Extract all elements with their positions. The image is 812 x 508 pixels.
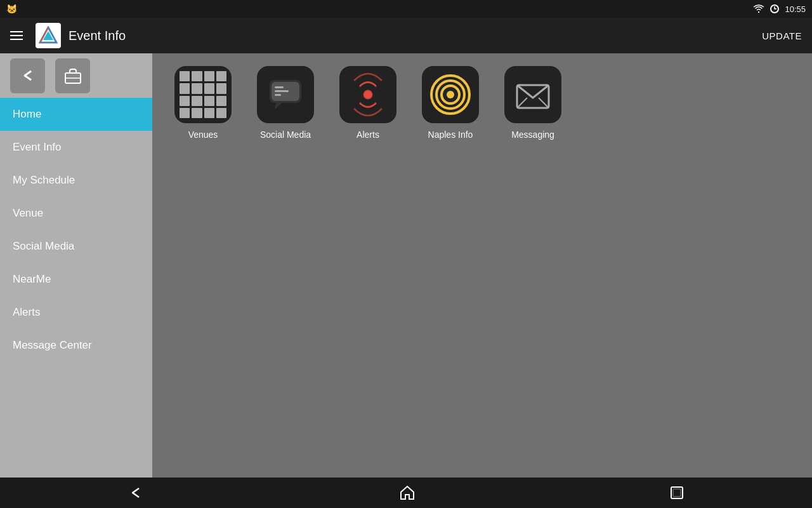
app-notification-icon: 🐱 [6, 4, 17, 14]
sidebar-item-venue[interactable]: Venue [0, 197, 152, 230]
wifi-icon [753, 4, 764, 13]
svg-rect-8 [275, 86, 284, 88]
update-button[interactable]: UPDATE [762, 30, 802, 41]
messaging-label: Messaging [511, 130, 554, 140]
messaging-icon-wrap [504, 66, 561, 123]
app-item-alerts[interactable]: Alerts [336, 66, 400, 140]
app-item-social-media[interactable]: Social Media [254, 66, 317, 140]
sidebar-item-alerts[interactable]: Alerts [0, 296, 152, 329]
nav-back-button[interactable] [128, 486, 145, 500]
naples-info-icon [428, 72, 473, 117]
status-time: 10:55 [785, 4, 806, 14]
nav-bar [0, 478, 812, 508]
svg-rect-23 [673, 489, 681, 497]
toolbar-left: Event Info [10, 23, 126, 48]
back-icon-box[interactable] [10, 58, 45, 93]
nav-recents-button[interactable] [669, 485, 684, 500]
main-layout: Home Event Info My Schedule Venue Social… [0, 53, 812, 478]
venues-label: Venues [188, 130, 218, 140]
sidebar-item-my-schedule[interactable]: My Schedule [0, 164, 152, 197]
alerts-label: Alerts [357, 130, 379, 140]
alerts-icon [346, 72, 390, 117]
sidebar-back-area [0, 53, 152, 98]
app-item-messaging[interactable]: Messaging [501, 66, 565, 140]
menu-button[interactable] [10, 31, 23, 40]
content-area: Venues Social Media [152, 53, 812, 478]
messaging-icon [511, 72, 555, 117]
svg-rect-9 [275, 90, 289, 92]
naples-info-label: Naples Info [428, 130, 473, 140]
app-item-naples-info[interactable]: Naples Info [419, 66, 482, 140]
sync-icon [769, 4, 780, 14]
svg-point-16 [447, 91, 454, 98]
status-bar: 🐱 10:55 [0, 0, 812, 18]
sidebar-item-home[interactable]: Home [0, 98, 152, 131]
toolbar-title: Event Info [69, 29, 126, 43]
nav-home-button[interactable] [400, 485, 415, 500]
social-media-icon-wrap [257, 66, 314, 123]
venues-icon-wrap [174, 66, 232, 123]
naples-info-icon-wrap [422, 66, 479, 123]
social-media-icon [263, 72, 308, 117]
sidebar: Home Event Info My Schedule Venue Social… [0, 53, 152, 478]
app-item-venues[interactable]: Venues [171, 66, 235, 140]
sidebar-item-message-center[interactable]: Message Center [0, 329, 152, 362]
social-media-label: Social Media [260, 130, 311, 140]
svg-line-18 [517, 98, 527, 108]
toolbar: Event Info UPDATE [0, 18, 812, 53]
status-bar-right: 10:55 [753, 4, 806, 14]
profile-icon-box [55, 58, 90, 93]
sidebar-item-event-info[interactable]: Event Info [0, 131, 152, 164]
svg-line-19 [539, 98, 549, 108]
app-logo [36, 23, 61, 48]
sidebar-item-social-media[interactable]: Social Media [0, 230, 152, 263]
app-grid: Venues Social Media [171, 66, 793, 140]
venues-icon [174, 66, 232, 123]
svg-rect-10 [275, 94, 281, 96]
status-bar-left: 🐱 [6, 4, 17, 14]
alerts-icon-wrap [339, 66, 396, 123]
sidebar-item-near-me[interactable]: NearMe [0, 263, 152, 296]
